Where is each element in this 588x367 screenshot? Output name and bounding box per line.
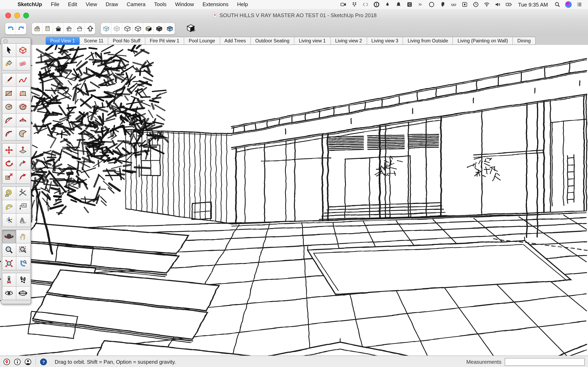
reader-utility-icon[interactable] (448, 0, 459, 9)
menu-edit[interactable]: Edit (64, 0, 81, 9)
minimize-window-button[interactable] (14, 13, 20, 18)
protractor-tool[interactable] (2, 200, 16, 213)
siri-icon[interactable] (563, 0, 574, 9)
dimensions-tool[interactable]: 3 (16, 187, 30, 200)
follow-me-tool[interactable] (16, 157, 30, 170)
scene-tab-pool-no-stuff[interactable]: Pool No Stuff (108, 37, 145, 44)
adobe-creative-cloud-icon[interactable] (360, 0, 371, 9)
screen-capture-icon[interactable] (338, 0, 349, 9)
menu-draw[interactable]: Draw (102, 0, 122, 9)
view-left-button[interactable] (85, 23, 95, 34)
scene-tab-living-painting-on-wall-[interactable]: Living (Painting on Wall) (453, 37, 513, 44)
palette-close-button[interactable] (3, 39, 8, 44)
style-monochrome-button[interactable] (164, 23, 175, 34)
c-utility-icon[interactable]: C (404, 0, 415, 9)
evernote-icon[interactable] (437, 0, 448, 9)
look-around-tool[interactable] (2, 287, 16, 300)
freehand-tool[interactable] (16, 73, 30, 86)
scene-tab-pool-lounge[interactable]: Pool Lounge (184, 37, 220, 44)
text-tool[interactable]: A1 (16, 200, 30, 213)
time-machine-icon[interactable] (470, 0, 481, 9)
zoom-window-button[interactable] (23, 13, 29, 18)
advanced-camera-tool[interactable]: CA-S (16, 287, 30, 300)
two-point-arc-tool[interactable] (16, 114, 30, 127)
style-xray-button[interactable] (101, 23, 112, 34)
measurements-input[interactable] (505, 358, 585, 366)
style-wireframe-button[interactable] (122, 23, 133, 34)
notification-center-icon[interactable] (574, 0, 585, 9)
1password-icon[interactable] (371, 0, 382, 9)
account-icon[interactable] (24, 358, 32, 366)
eraser-tool[interactable]: pink (16, 57, 30, 70)
push-pull-tool[interactable] (16, 143, 30, 157)
pan-tool[interactable] (16, 230, 30, 243)
menu-utility-icon[interactable] (426, 0, 437, 9)
menu-extensions[interactable]: Extensions (198, 0, 233, 9)
scene-tab-outdoor-seating[interactable]: Outdoor Seating (251, 37, 294, 44)
screen-record-icon[interactable] (459, 0, 470, 9)
pie-tool[interactable] (16, 127, 30, 140)
orbit-tool[interactable] (2, 230, 16, 243)
view-back-button[interactable] (74, 23, 85, 34)
notifications-icon[interactable] (393, 0, 404, 9)
rotated-rectangle-tool[interactable] (16, 87, 30, 100)
walk-tool[interactable] (16, 273, 30, 286)
paint-bucket-tool[interactable] (2, 57, 16, 70)
view-right-button[interactable] (64, 23, 74, 34)
scene-tab-living-view-2[interactable]: Living view 2 (330, 37, 367, 44)
scene-tab-fire-pit-view-1[interactable]: Fire Pit view 1 (145, 37, 184, 44)
shadows-toggle-button[interactable] (184, 22, 198, 35)
menu-camera[interactable]: Camera (122, 0, 150, 9)
scene-tab-add-trees[interactable]: Add Trees (220, 37, 251, 44)
close-window-button[interactable] (5, 13, 11, 18)
polygon-tool[interactable] (16, 100, 30, 113)
menu-file[interactable]: File (47, 0, 64, 9)
view-top-button[interactable] (43, 23, 53, 34)
spotlight-search-icon[interactable] (552, 0, 563, 9)
geolocation-icon[interactable] (3, 358, 11, 366)
three-d-text-tool[interactable]: A (16, 214, 30, 227)
circle-tool[interactable] (2, 100, 16, 113)
scale-tool[interactable] (2, 170, 16, 184)
rectangle-tool[interactable] (2, 87, 16, 100)
backblaze-icon[interactable] (382, 0, 393, 9)
help-icon[interactable]: ? (40, 358, 47, 366)
make-component-tool[interactable] (16, 44, 30, 57)
three-point-arc-tool[interactable] (2, 127, 16, 140)
select-tool[interactable] (2, 44, 16, 57)
wifi-icon[interactable] (481, 0, 493, 9)
menu-bar-clock[interactable]: Tue 9:35 AM (515, 1, 552, 8)
dropbox-icon[interactable] (349, 0, 360, 9)
battery-charging-icon[interactable] (503, 0, 515, 9)
rotate-tool[interactable] (2, 157, 16, 170)
scene-tab-dining[interactable]: Dining (513, 37, 535, 44)
menu-sketchup[interactable]: SketchUp (13, 0, 47, 9)
menu-window[interactable]: Window (171, 0, 198, 9)
zoom-window-tool[interactable] (16, 243, 30, 257)
redo-button[interactable] (16, 23, 26, 34)
axes-tool[interactable] (2, 214, 16, 227)
scene-tab-pool-view-1[interactable]: Pool View 1 (46, 37, 79, 45)
style-textured-button[interactable] (154, 23, 164, 34)
scene-tab-living-from-outside[interactable]: Living from Outside (403, 37, 453, 44)
previous-tool[interactable] (16, 257, 30, 270)
scene-tab-scene-11[interactable]: Scene 11 (79, 37, 108, 44)
tape-measure-tool[interactable] (2, 187, 16, 200)
scene-tab-living-view-3[interactable]: Living view 3 (367, 37, 403, 44)
offset-tool[interactable] (16, 170, 30, 184)
menu-tools[interactable]: Tools (150, 0, 171, 9)
menu-help[interactable]: Help (233, 0, 252, 9)
line-tool[interactable] (2, 73, 16, 86)
arc-tool[interactable] (2, 114, 16, 127)
palette-header[interactable] (1, 38, 31, 43)
window-title-bar[interactable]: SOUTH HILLS V RAY MASTER AO TEST 01 - Sk… (0, 9, 588, 22)
credits-icon[interactable] (13, 358, 21, 366)
scene-tab-living-view-1[interactable]: Living view 1 (294, 37, 331, 44)
view-iso-button[interactable] (32, 23, 43, 34)
view-front-button[interactable] (53, 23, 64, 34)
sync-utility-icon[interactable] (415, 0, 426, 9)
zoom-tool[interactable] (2, 243, 16, 257)
move-tool[interactable] (2, 143, 16, 157)
model-viewport[interactable] (0, 45, 588, 356)
style-backedges-button[interactable] (112, 23, 122, 34)
